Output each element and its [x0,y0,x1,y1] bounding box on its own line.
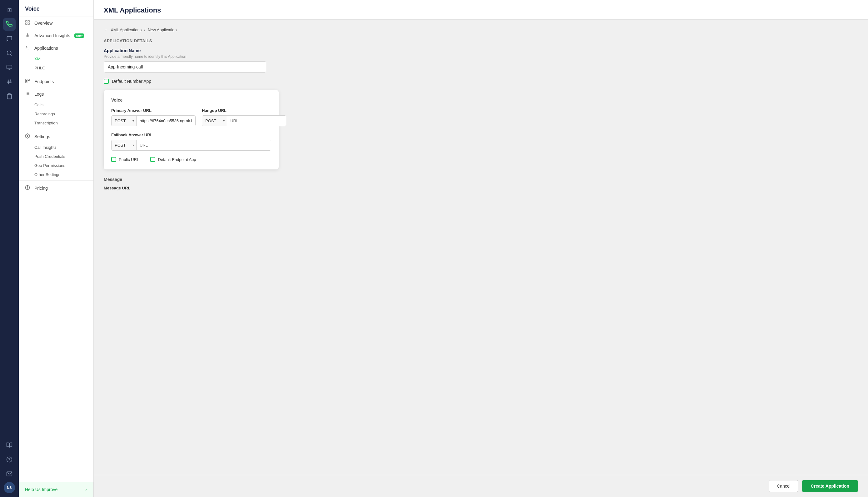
pricing-label: Pricing [34,186,48,191]
overview-label: Overview [34,20,53,26]
svg-line-1 [11,54,12,56]
primary-url-label: Primary Answer URL [111,108,196,113]
logs-label: Logs [34,91,44,97]
mail-icon[interactable] [3,468,16,480]
primary-hangup-row: Primary Answer URL POST GET Hangup URL [111,108,271,126]
sidebar-subitem-recordings[interactable]: Recordings [19,110,93,118]
back-arrow-icon[interactable]: ← [104,27,108,32]
logs-icon [25,91,31,97]
fallback-section: Fallback Answer URL POST GET [111,132,271,151]
phone-icon[interactable] [3,18,16,31]
hangup-method-select[interactable]: POST GET [202,116,227,126]
footer-bar: Cancel Create Application [94,475,868,497]
svg-rect-22 [26,81,27,83]
svg-rect-12 [26,20,27,22]
sidebar-item-pricing[interactable]: Pricing [19,182,93,195]
fallback-url-input[interactable] [136,140,271,150]
primary-method-wrapper: POST GET [112,116,136,126]
default-number-row: Default Number App [104,79,858,84]
settings-icon [25,133,31,140]
primary-url-group: Primary Answer URL POST GET [111,108,196,126]
message-section: Message Message URL [104,177,858,190]
sip-icon[interactable] [3,61,16,74]
breadcrumb-parent[interactable]: XML Applications [111,28,142,32]
chat-icon[interactable] [3,32,16,45]
question-icon[interactable] [3,453,16,466]
breadcrumb-current: New Application [148,28,177,32]
svg-rect-2 [7,65,12,69]
avatar[interactable]: NS [4,482,15,493]
svg-rect-21 [28,79,29,81]
help-us-improve[interactable]: Help Us Improve › [19,482,93,497]
sidebar-subitem-phlo[interactable]: PHLO [19,63,93,72]
sidebar-item-logs[interactable]: Logs [19,88,93,100]
hangup-method-wrapper: POST GET [202,116,227,126]
divider-1 [19,74,93,74]
sidebar-subitem-geo-permissions[interactable]: Geo Permissions [19,161,93,170]
sidebar-subitem-call-insights[interactable]: Call Insights [19,143,93,152]
svg-point-0 [7,51,11,55]
svg-rect-13 [28,20,29,22]
sidebar-subitem-push-credentials[interactable]: Push Credentials [19,152,93,161]
voice-card: Voice Primary Answer URL POST GET [104,90,279,169]
fallback-method-select[interactable]: POST GET [112,140,136,150]
svg-point-29 [27,136,28,137]
app-name-input[interactable] [104,61,266,72]
hangup-url-group: Hangup URL POST GET [202,108,286,126]
sidebar-subitem-transcription[interactable]: Transcription [19,118,93,128]
sidebar-item-applications[interactable]: Applications [19,42,93,54]
sidebar-title: Voice [19,0,93,17]
applications-label: Applications [34,46,58,51]
main-content: XML Applications ← XML Applications / Ne… [94,0,868,497]
divider-3 [19,180,93,181]
sidebar-subitem-calls[interactable]: Calls [19,100,93,110]
fallback-method-wrapper: POST GET [112,140,136,150]
clipboard-icon[interactable] [3,90,16,102]
divider-2 [19,129,93,129]
sidebar-item-overview[interactable]: Overview [19,17,93,29]
svg-rect-20 [26,79,27,81]
grid-icon[interactable]: ⊞ [3,4,16,16]
sidebar-item-advanced-insights[interactable]: Advanced Insights NEW [19,29,93,42]
primary-url-input[interactable] [136,116,195,126]
svg-rect-14 [28,23,29,24]
message-url-label: Message URL [104,186,858,190]
default-endpoint-option: Default Endpoint App [150,157,196,162]
default-number-checkbox[interactable] [104,79,109,84]
sidebar-subitem-other-settings[interactable]: Other Settings [19,170,93,179]
options-row: Public URI Default Endpoint App [111,157,271,162]
default-number-label: Default Number App [112,79,151,84]
svg-line-8 [10,80,11,84]
cancel-button[interactable]: Cancel [769,480,798,492]
fallback-url-input-row: POST GET [111,140,271,151]
sidebar-item-endpoints[interactable]: Endpoints [19,75,93,88]
voice-card-title: Voice [111,98,271,102]
fallback-url-label: Fallback Answer URL [111,132,271,137]
search-icon[interactable] [3,47,16,59]
chevron-right-icon: › [85,487,87,492]
chart-icon [25,32,31,39]
settings-label: Settings [34,134,50,139]
primary-method-select[interactable]: POST GET [112,116,136,126]
icon-sidebar: ⊞ [0,0,19,497]
main-body: ← XML Applications / New Application App… [94,20,868,475]
hangup-url-input[interactable] [227,116,286,126]
book-icon[interactable] [3,439,16,451]
sidebar-subitem-xml[interactable]: XML [19,54,93,63]
public-uri-checkbox[interactable] [111,157,116,162]
new-badge: NEW [74,33,84,38]
app-name-label: Application Name [104,48,858,53]
endpoints-label: Endpoints [34,79,54,84]
overview-icon [25,20,31,26]
nav-sidebar: Voice Overview Advanced Insights NEW App… [19,0,94,497]
default-endpoint-checkbox[interactable] [150,157,155,162]
sidebar-item-settings[interactable]: Settings [19,130,93,143]
breadcrumb-separator: / [144,28,145,32]
message-label: Message [104,177,858,182]
main-header: XML Applications [94,0,868,20]
public-uri-label: Public URI [119,157,138,162]
terminal-icon [25,45,31,51]
help-us-label: Help Us Improve [25,487,58,492]
create-application-button[interactable]: Create Application [802,480,858,492]
hash-icon[interactable] [3,76,16,88]
